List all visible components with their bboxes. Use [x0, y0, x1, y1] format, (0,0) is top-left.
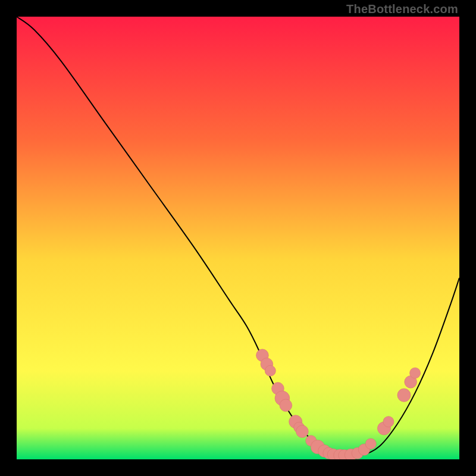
data-marker: [280, 399, 292, 412]
watermark-text: TheBottleneck.com: [346, 2, 458, 16]
chart-frame: [17, 17, 459, 459]
data-marker: [383, 416, 394, 427]
data-marker: [410, 368, 421, 378]
bottleneck-chart: [17, 17, 459, 459]
data-marker: [296, 425, 309, 438]
data-marker: [397, 389, 411, 402]
data-marker: [365, 439, 376, 449]
data-marker: [265, 365, 275, 376]
gradient-background: [17, 17, 459, 459]
